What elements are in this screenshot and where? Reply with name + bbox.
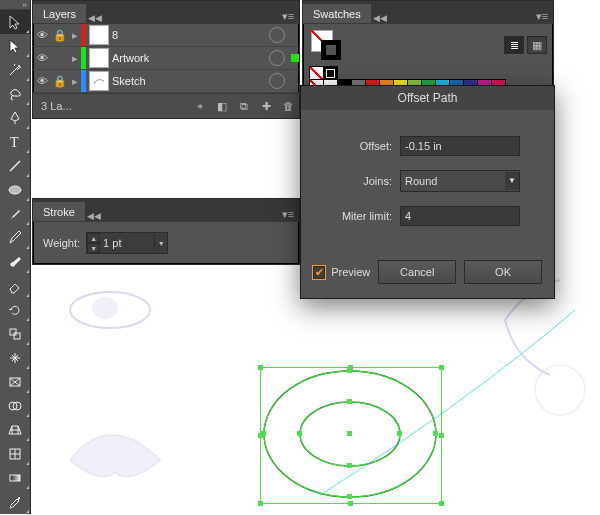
- selection-indicator: [291, 54, 299, 62]
- pencil-tool[interactable]: [0, 226, 30, 250]
- swatches-row-top: [309, 66, 547, 80]
- layer-name[interactable]: Artwork: [112, 52, 269, 64]
- cancel-button[interactable]: Cancel: [378, 260, 456, 284]
- svg-point-19: [9, 186, 21, 194]
- magic-wand-tool[interactable]: [0, 58, 30, 82]
- stroke-swatch[interactable]: [321, 40, 341, 60]
- width-tool[interactable]: [0, 346, 30, 370]
- pen-tool[interactable]: [0, 106, 30, 130]
- fill-stroke-indicator[interactable]: [311, 30, 341, 60]
- gradient-tool[interactable]: [0, 466, 30, 490]
- panel-collapse-icon[interactable]: ◀◀: [373, 13, 387, 23]
- line-tool[interactable]: [0, 154, 30, 178]
- selection-indicator: [291, 77, 299, 85]
- tools-panel: T: [0, 0, 31, 514]
- layer-row[interactable]: 👁🔒▸8: [33, 24, 299, 47]
- layer-name[interactable]: 8: [112, 29, 269, 41]
- layer-name[interactable]: Sketch: [112, 75, 269, 87]
- svg-rect-21: [14, 333, 20, 339]
- ok-button[interactable]: OK: [464, 260, 542, 284]
- stroke-weight-label: Weight:: [43, 237, 80, 249]
- svg-rect-20: [10, 329, 16, 335]
- trash-icon[interactable]: 🗑: [277, 100, 299, 112]
- swatch-grid-view-icon[interactable]: ▦: [527, 36, 547, 54]
- preview-checkbox[interactable]: ✔: [313, 266, 325, 279]
- panel-collapse-icon[interactable]: ◀◀: [88, 13, 102, 23]
- lock-icon[interactable]: 🔒: [51, 75, 69, 88]
- lasso-tool[interactable]: [0, 82, 30, 106]
- rotate-tool[interactable]: [0, 298, 30, 322]
- dropdown-icon[interactable]: ▼: [154, 235, 167, 251]
- miter-limit-input[interactable]: [400, 206, 520, 226]
- selection-indicator: [291, 31, 299, 39]
- clipping-mask-icon[interactable]: ◧: [211, 100, 233, 113]
- offset-label: Offset:: [317, 140, 392, 152]
- target-icon[interactable]: [269, 73, 285, 89]
- joins-select[interactable]: Round ▼: [400, 170, 520, 192]
- disclosure-icon[interactable]: ▸: [69, 75, 81, 88]
- disclosure-icon[interactable]: ▸: [69, 29, 81, 42]
- svg-point-1: [93, 298, 117, 318]
- step-down-icon[interactable]: ▼: [87, 243, 100, 253]
- preview-label: Preview: [331, 266, 370, 278]
- layer-thumb: [89, 48, 109, 68]
- visibility-icon[interactable]: 👁: [33, 75, 51, 87]
- stroke-panel: Stroke ◀◀ ▾≡ Weight: ▲▼ ▼: [32, 198, 300, 265]
- new-layer-icon[interactable]: ✚: [255, 100, 277, 113]
- joins-value: Round: [405, 175, 437, 187]
- svg-text:T: T: [10, 135, 19, 150]
- layer-thumb: [89, 71, 109, 91]
- shape-builder-tool[interactable]: [0, 394, 30, 418]
- svg-line-18: [10, 161, 20, 171]
- panel-collapse-icon[interactable]: ◀◀: [87, 211, 101, 221]
- offset-input[interactable]: [400, 136, 520, 156]
- miter-limit-label: Miter limit:: [317, 210, 392, 222]
- type-tool[interactable]: T: [0, 130, 30, 154]
- stroke-weight-input[interactable]: [100, 235, 154, 251]
- layer-row[interactable]: 👁🔒▸Sketch: [33, 70, 299, 93]
- svg-point-2: [535, 365, 585, 415]
- tab-layers[interactable]: Layers: [33, 4, 86, 23]
- stroke-weight-stepper[interactable]: ▲▼ ▼: [86, 232, 168, 254]
- scale-tool[interactable]: [0, 322, 30, 346]
- disclosure-icon[interactable]: ▸: [69, 52, 81, 65]
- visibility-icon[interactable]: 👁: [33, 52, 51, 64]
- target-icon[interactable]: [269, 27, 285, 43]
- layer-count-label: 3 La...: [33, 100, 80, 112]
- panel-menu-icon[interactable]: ▾≡: [531, 10, 553, 23]
- selection-bounding-box[interactable]: [260, 367, 442, 504]
- visibility-icon[interactable]: 👁: [33, 29, 51, 41]
- new-sublayer-icon[interactable]: ⧉: [233, 100, 255, 113]
- direct-selection-tool[interactable]: [0, 34, 30, 58]
- blob-brush-tool[interactable]: [0, 250, 30, 274]
- target-icon[interactable]: [269, 50, 285, 66]
- layer-thumb: [89, 25, 109, 45]
- layers-panel: Layers ◀◀ ▾≡ 👁🔒▸8👁▸Artwork👁🔒▸Sketch 3 La…: [32, 0, 300, 119]
- step-up-icon[interactable]: ▲: [87, 233, 100, 243]
- rectangle-tool[interactable]: [0, 178, 30, 202]
- svg-point-16: [18, 65, 20, 67]
- joins-label: Joins:: [317, 175, 392, 187]
- tools-grip[interactable]: [0, 0, 30, 10]
- mesh-tool[interactable]: [0, 442, 30, 466]
- panel-menu-icon[interactable]: ▾≡: [277, 208, 299, 221]
- perspective-grid-tool[interactable]: [0, 418, 30, 442]
- tab-swatches[interactable]: Swatches: [303, 4, 371, 23]
- svg-rect-26: [10, 475, 20, 481]
- swatch-list-view-icon[interactable]: ≣: [504, 36, 524, 54]
- selection-tool[interactable]: [0, 10, 30, 34]
- eraser-tool[interactable]: [0, 274, 30, 298]
- tab-stroke[interactable]: Stroke: [33, 202, 85, 221]
- free-transform-tool[interactable]: [0, 370, 30, 394]
- panel-menu-icon[interactable]: ▾≡: [277, 10, 299, 23]
- layer-row[interactable]: 👁▸Artwork: [33, 47, 299, 70]
- chevron-down-icon: ▼: [505, 172, 519, 190]
- lock-icon[interactable]: 🔒: [51, 29, 69, 42]
- dialog-title: Offset Path: [301, 86, 554, 110]
- offset-path-dialog: Offset Path Offset: Joins: Round ▼ Miter…: [300, 85, 555, 299]
- eyedropper-tool[interactable]: [0, 490, 30, 514]
- locate-layer-icon[interactable]: ⌖: [189, 100, 211, 113]
- paintbrush-tool[interactable]: [0, 202, 30, 226]
